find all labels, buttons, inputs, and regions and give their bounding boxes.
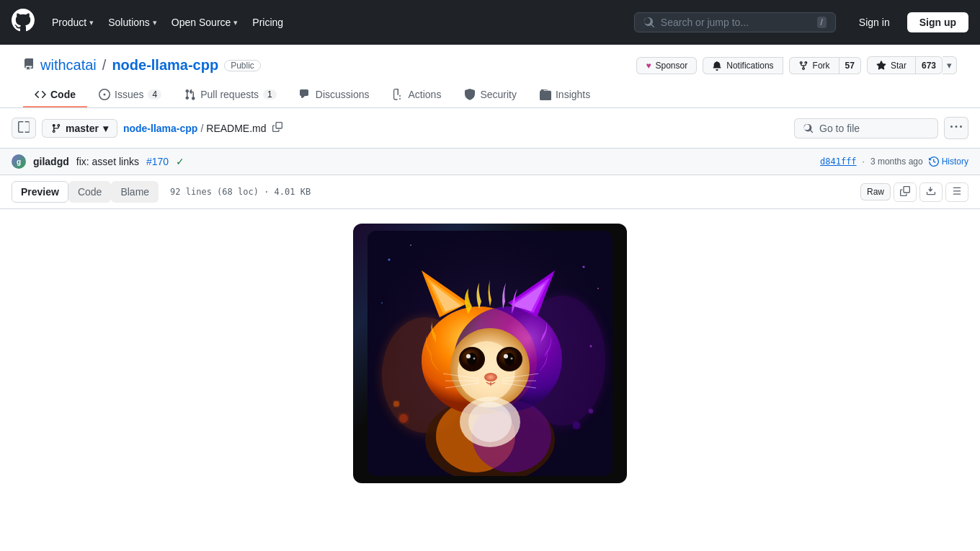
tab-actions-label: Actions [408, 89, 441, 100]
file-tab-preview[interactable]: Preview [12, 181, 68, 203]
repo-visibility-badge: Public [224, 60, 261, 71]
svg-point-32 [484, 373, 497, 382]
tab-discussions-label: Discussions [316, 89, 370, 100]
branch-icon [51, 123, 61, 133]
product-label: Product [52, 17, 86, 28]
history-icon [929, 157, 939, 167]
top-navigation: Product ▾ Solutions ▾ Open Source ▾ Pric… [0, 0, 980, 45]
star-count[interactable]: 673 [916, 56, 943, 74]
actions-icon [392, 89, 404, 100]
fork-button[interactable]: Fork [789, 57, 839, 74]
tab-insights[interactable]: Insights [528, 83, 602, 107]
repo-name-link[interactable]: node-llama-cpp [112, 57, 218, 74]
commit-timestamp: 3 months ago [870, 157, 923, 167]
svg-point-43 [573, 422, 580, 429]
fork-label: Fork [813, 61, 830, 71]
star-add-button[interactable]: ▾ [943, 56, 957, 74]
svg-point-5 [381, 302, 383, 304]
branch-name: master [66, 123, 99, 134]
raw-button[interactable]: Raw [860, 183, 891, 200]
commit-hash-link[interactable]: d841fff [820, 157, 857, 167]
list-view-button[interactable] [945, 182, 968, 202]
sidebar-icon [18, 121, 30, 133]
file-tab-code[interactable]: Code [68, 181, 111, 203]
tab-pull-requests[interactable]: Pull requests 1 [173, 83, 288, 107]
search-area: / [634, 12, 836, 32]
svg-point-3 [583, 266, 585, 268]
more-icon [950, 121, 962, 133]
search-input[interactable] [661, 17, 811, 28]
issues-badge: 4 [148, 89, 161, 100]
svg-point-26 [473, 358, 476, 360]
nav-pricing[interactable]: Pricing [246, 12, 289, 32]
nav-open-source[interactable]: Open Source ▾ [166, 12, 244, 32]
nav-product[interactable]: Product ▾ [46, 12, 99, 32]
history-label: History [942, 157, 968, 167]
copy-raw-button[interactable] [894, 182, 917, 202]
security-icon [464, 89, 476, 100]
sponsor-button[interactable]: ♥ Sponsor [636, 57, 697, 74]
commit-pr-link[interactable]: #170 [146, 156, 169, 167]
tab-code[interactable]: Code [23, 83, 87, 107]
nav-solutions[interactable]: Solutions ▾ [102, 12, 163, 32]
tab-actions[interactable]: Actions [380, 83, 453, 107]
tab-security[interactable]: Security [453, 83, 528, 107]
pr-icon [184, 89, 196, 100]
discussions-icon [300, 89, 311, 100]
commit-meta: d841fff · 3 months ago History [820, 157, 968, 167]
search-box[interactable]: / [634, 12, 836, 32]
heart-icon: ♥ [646, 61, 651, 71]
file-meta: 92 lines (68 loc) · 4.01 KB [170, 187, 311, 197]
star-button[interactable]: Star [867, 56, 916, 74]
history-button[interactable]: History [929, 157, 968, 167]
commit-row: g giladgd fix: asset links #170 ✓ d841ff… [0, 149, 980, 175]
sign-in-button[interactable]: Sign in [847, 13, 901, 32]
breadcrumb-file: README.md [206, 123, 266, 134]
copy-raw-icon [900, 186, 910, 196]
more-options-button[interactable] [944, 117, 968, 139]
sign-up-button[interactable]: Sign up [907, 12, 968, 32]
repo-header: withcatai / node-llama-cpp Public ♥ Spon… [0, 45, 980, 108]
tab-pr-label: Pull requests [200, 89, 259, 100]
goto-file-label: Go to file [819, 123, 860, 134]
breadcrumb-bar: master ▾ node-llama-cpp / README.md Go t… [0, 108, 980, 149]
solutions-label: Solutions [108, 17, 150, 28]
file-view-header: Preview Code Blame 92 lines (68 loc) · 4… [0, 175, 980, 209]
tab-issues-label: Issues [115, 89, 143, 100]
avatar: g [12, 154, 26, 169]
commit-author[interactable]: giladgd [33, 156, 69, 167]
repo-separator: / [102, 57, 107, 74]
file-tab-blame[interactable]: Blame [111, 181, 159, 203]
repo-owner-link[interactable]: withcatai [40, 57, 97, 74]
github-logo[interactable] [12, 9, 35, 36]
copy-path-button[interactable] [270, 119, 285, 137]
download-button[interactable] [919, 182, 943, 202]
goto-search-icon [803, 123, 814, 133]
pricing-label: Pricing [252, 17, 283, 28]
repo-icon [23, 58, 35, 73]
fork-count[interactable]: 57 [839, 57, 861, 74]
commit-message: fix: asset links [76, 156, 139, 167]
notifications-button[interactable]: Notifications [703, 57, 783, 74]
sponsor-label: Sponsor [656, 61, 688, 71]
tab-discussions[interactable]: Discussions [288, 83, 381, 107]
commit-check-icon: ✓ [176, 156, 184, 167]
notifications-label: Notifications [726, 61, 773, 71]
nav-links: Product ▾ Solutions ▾ Open Source ▾ Pric… [46, 12, 623, 32]
breadcrumb-separator: / [200, 123, 203, 134]
copy-icon [272, 122, 282, 132]
list-icon [952, 186, 962, 196]
tab-issues[interactable]: Issues 4 [87, 83, 173, 107]
goto-file-button[interactable]: Go to file [794, 118, 938, 138]
notifications-group: Notifications [703, 57, 783, 74]
search-kbd: / [817, 17, 827, 28]
fork-group: Fork 57 [789, 57, 861, 74]
svg-point-31 [511, 358, 513, 360]
breadcrumb-repo-link[interactable]: node-llama-cpp [123, 123, 197, 134]
repo-tabs: Code Issues 4 Pull requests 1 Discussion… [23, 83, 957, 107]
sidebar-toggle-button[interactable] [12, 118, 36, 138]
auth-actions: Sign in Sign up [847, 12, 968, 32]
svg-point-42 [393, 401, 399, 407]
branch-selector[interactable]: master ▾ [42, 119, 117, 138]
star-group: Star 673 ▾ [867, 56, 957, 74]
